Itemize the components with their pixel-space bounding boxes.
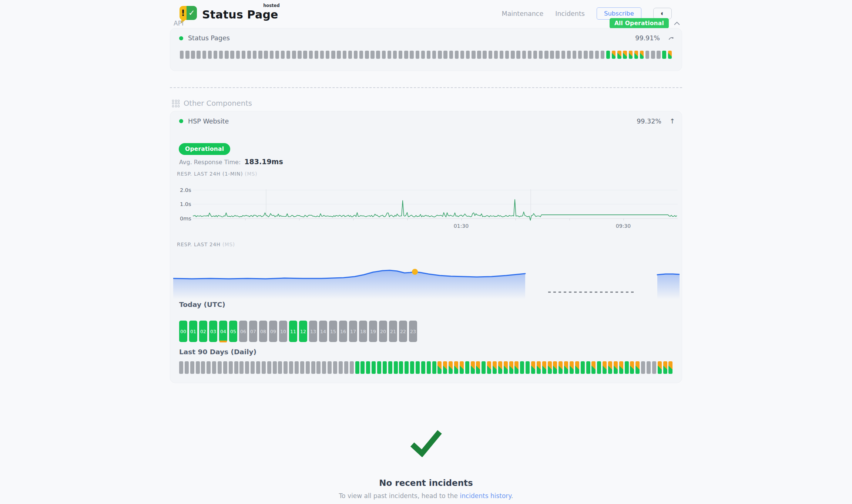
uptime-tile[interactable]	[225, 51, 228, 59]
uptime-tile[interactable]	[404, 51, 408, 59]
uptime-tile[interactable]	[326, 51, 329, 59]
uptime-tile[interactable]	[584, 51, 587, 59]
hour-tile-20[interactable]: 20	[379, 321, 387, 342]
uptime-tile[interactable]	[256, 361, 260, 374]
uptime-tile[interactable]	[570, 361, 574, 374]
uptime-tile[interactable]	[251, 361, 255, 374]
uptime-tile[interactable]	[606, 51, 610, 59]
uptime-tile[interactable]	[207, 361, 211, 374]
uptime-tile[interactable]	[405, 361, 409, 374]
uptime-tile[interactable]	[635, 361, 640, 374]
hour-tile-22[interactable]: 22	[399, 321, 407, 342]
hour-tile-14[interactable]: 14	[319, 321, 327, 342]
uptime-tile[interactable]	[180, 51, 184, 59]
uptime-tile[interactable]	[487, 361, 491, 374]
uptime-tile[interactable]	[399, 51, 402, 59]
uptime-tile[interactable]	[365, 51, 369, 59]
uptime-tile[interactable]	[465, 361, 469, 374]
uptime-tile[interactable]	[239, 361, 244, 374]
uptime-tile[interactable]	[393, 51, 397, 59]
uptime-tile[interactable]	[262, 361, 266, 374]
uptime-tile[interactable]	[520, 361, 524, 374]
uptime-tile[interactable]	[190, 361, 194, 374]
uptime-tile[interactable]	[575, 361, 579, 374]
uptime-tile[interactable]	[483, 51, 486, 59]
uptime-tile[interactable]	[331, 51, 335, 59]
uptime-tile[interactable]	[242, 51, 245, 59]
chevron-up-icon[interactable]	[674, 22, 680, 25]
hour-tile-01[interactable]: 01	[189, 321, 197, 342]
uptime-tile[interactable]	[223, 361, 227, 374]
uptime-tile[interactable]	[410, 361, 414, 374]
uptime-tile[interactable]	[548, 361, 552, 374]
hour-tile-05[interactable]: 05	[229, 321, 237, 342]
uptime-tile[interactable]	[370, 51, 374, 59]
uptime-tile[interactable]	[553, 361, 557, 374]
hour-tile-12[interactable]: 12	[299, 321, 307, 342]
uptime-tile[interactable]	[197, 51, 200, 59]
uptime-tile[interactable]	[388, 361, 392, 374]
refresh-icon[interactable]	[668, 36, 675, 41]
uptime-tile[interactable]	[212, 361, 216, 374]
uptime-tile[interactable]	[623, 51, 627, 59]
hour-tile-06[interactable]: 06	[239, 321, 247, 342]
uptime-tile[interactable]	[366, 361, 370, 374]
uptime-tile[interactable]	[219, 51, 223, 59]
hour-tile-15[interactable]: 15	[329, 321, 337, 342]
hour-tile-02[interactable]: 02	[199, 321, 207, 342]
uptime-tile[interactable]	[657, 51, 660, 59]
uptime-tile[interactable]	[617, 51, 621, 59]
uptime-tile[interactable]	[202, 51, 206, 59]
uptime-tile[interactable]	[300, 361, 304, 374]
hour-tile-04[interactable]: 04	[219, 321, 227, 342]
uptime-tile[interactable]	[567, 51, 571, 59]
uptime-tile[interactable]	[394, 361, 398, 374]
uptime-tile[interactable]	[185, 361, 189, 374]
uptime-tile[interactable]	[399, 361, 403, 374]
uptime-tile[interactable]	[522, 51, 526, 59]
uptime-tile[interactable]	[348, 51, 352, 59]
uptime-tile[interactable]	[662, 51, 666, 59]
uptime-tile[interactable]	[245, 361, 249, 374]
uptime-tile[interactable]	[589, 51, 593, 59]
uptime-tile[interactable]	[427, 361, 431, 374]
uptime-tile[interactable]	[410, 51, 413, 59]
hour-tile-07[interactable]: 07	[249, 321, 257, 342]
uptime-tile[interactable]	[354, 51, 358, 59]
uptime-tile[interactable]	[477, 51, 481, 59]
uptime-tile[interactable]	[482, 361, 486, 374]
uptime-tile[interactable]	[619, 361, 623, 374]
uptime-tile[interactable]	[561, 51, 565, 59]
uptime-tile[interactable]	[350, 361, 354, 374]
uptime-tile[interactable]	[382, 51, 386, 59]
uptime-tile[interactable]	[278, 361, 282, 374]
uptime-tile[interactable]	[416, 51, 419, 59]
uptime-tile[interactable]	[544, 51, 548, 59]
uptime-tile[interactable]	[472, 51, 475, 59]
uptime-tile[interactable]	[344, 361, 348, 374]
uptime-tile[interactable]	[264, 51, 268, 59]
uptime-tile[interactable]	[509, 361, 513, 374]
uptime-tile[interactable]	[647, 361, 651, 374]
uptime-tile[interactable]	[612, 51, 615, 59]
uptime-tile[interactable]	[556, 51, 559, 59]
uptime-tile[interactable]	[608, 361, 612, 374]
uptime-tile[interactable]	[432, 361, 436, 374]
uptime-tile[interactable]	[289, 361, 293, 374]
uptime-tile[interactable]	[311, 361, 315, 374]
uptime-tile[interactable]	[320, 51, 324, 59]
uptime-tile[interactable]	[427, 51, 430, 59]
uptime-tile[interactable]	[236, 51, 240, 59]
uptime-tile[interactable]	[284, 361, 288, 374]
uptime-tile[interactable]	[539, 51, 543, 59]
uptime-tile[interactable]	[601, 51, 604, 59]
uptime-tile[interactable]	[449, 51, 453, 59]
uptime-tile[interactable]	[247, 51, 251, 59]
collapse-arrow-icon[interactable]: ↑	[670, 117, 675, 125]
uptime-tile[interactable]	[432, 51, 436, 59]
uptime-tile[interactable]	[253, 51, 256, 59]
uptime-tile[interactable]	[511, 51, 514, 59]
uptime-tile[interactable]	[360, 361, 365, 374]
uptime-tile[interactable]	[229, 361, 233, 374]
hour-tile-00[interactable]: 00	[179, 321, 187, 342]
